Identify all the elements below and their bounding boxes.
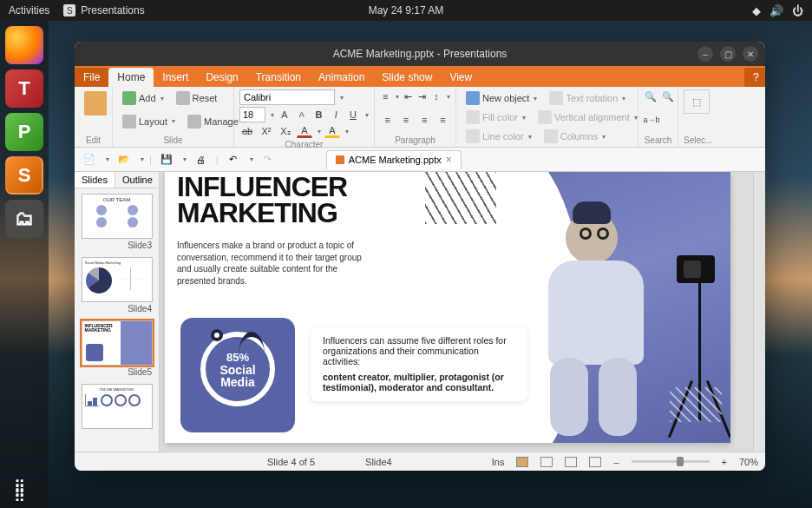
- print-doc[interactable]: 🖨: [192, 151, 211, 168]
- activities-button[interactable]: Activities: [9, 4, 49, 16]
- font-name-input[interactable]: [239, 89, 335, 105]
- thumb-slide5[interactable]: ONLINE MARKETING: [82, 384, 153, 429]
- slide-content[interactable]: INFLUENCER MARKETING Influencers make a …: [165, 172, 730, 443]
- line-color[interactable]: Line color▾: [462, 128, 536, 145]
- panel-tab-outline[interactable]: Outline: [115, 172, 160, 188]
- add-slide-button[interactable]: Add▾: [118, 89, 168, 107]
- paste-button[interactable]: [80, 89, 111, 117]
- ribbon-edit-label: Edit: [80, 135, 107, 145]
- font-size-input[interactable]: [239, 107, 265, 122]
- zoom-value[interactable]: 70%: [739, 457, 758, 467]
- window-close[interactable]: ✕: [743, 46, 758, 62]
- dec-indent[interactable]: ⇤: [403, 89, 413, 103]
- menu-view[interactable]: View: [441, 68, 481, 87]
- open-doc[interactable]: 📂: [115, 151, 134, 168]
- underline-button[interactable]: U: [346, 108, 360, 122]
- slide-photo: [496, 172, 730, 443]
- topbar-app-name[interactable]: Presentations: [81, 4, 144, 16]
- replace-button[interactable]: 🔍: [661, 89, 675, 103]
- window-title: ACME Marketing.pptx - Presentations: [333, 48, 508, 60]
- menu-design[interactable]: Design: [197, 68, 246, 87]
- menu-slideshow[interactable]: Slide show: [373, 68, 441, 87]
- slide-canvas[interactable]: INFLUENCER MARKETING Influencers make a …: [160, 172, 753, 452]
- close-tab[interactable]: ×: [446, 154, 452, 166]
- camera-icon: [677, 255, 715, 283]
- undo[interactable]: ↶: [224, 151, 243, 168]
- text-rotation[interactable]: Text rotation▾: [545, 89, 630, 107]
- topbar-datetime[interactable]: May 24 9:17 AM: [369, 4, 444, 16]
- vertical-alignment[interactable]: Vertical alignment▾: [534, 109, 642, 126]
- align-left[interactable]: ≡: [380, 113, 395, 127]
- new-object-button[interactable]: New object▾: [462, 89, 541, 107]
- italic-button[interactable]: I: [329, 108, 343, 122]
- inc-indent[interactable]: ⇥: [417, 89, 428, 103]
- super-button[interactable]: X²: [259, 124, 274, 138]
- redo[interactable]: ↷: [259, 151, 278, 168]
- titlebar[interactable]: ACME Marketing.pptx - Presentations – ▢ …: [75, 42, 765, 66]
- progress-ring: 85% Social Media: [200, 332, 275, 406]
- status-insert-mode[interactable]: Ins: [492, 457, 505, 467]
- align-center[interactable]: ≡: [398, 113, 413, 127]
- bullets[interactable]: ≡: [380, 89, 390, 103]
- menu-home[interactable]: Home: [108, 68, 154, 87]
- fill-color[interactable]: Fill color▾: [462, 109, 530, 126]
- menu-help[interactable]: ?: [744, 68, 765, 87]
- zoom-slider[interactable]: [632, 460, 710, 463]
- dock-textmaker[interactable]: T: [5, 69, 43, 108]
- info-box: Influencers can assume five different ro…: [311, 327, 527, 401]
- select-button[interactable]: ⬚: [684, 89, 710, 114]
- thumb-slide4[interactable]: INFLUENCER MARKETING: [82, 320, 153, 366]
- panel-tab-slides[interactable]: Slides: [75, 172, 115, 188]
- topbar-app-icon: S: [63, 4, 75, 16]
- window-minimize[interactable]: –: [697, 46, 713, 62]
- thumb4-label: Slide4: [75, 304, 159, 315]
- find-replace[interactable]: a→b: [644, 113, 659, 127]
- window-maximize[interactable]: ▢: [720, 46, 736, 62]
- volume-icon[interactable]: 🔊: [769, 4, 783, 17]
- save-doc[interactable]: 💾: [157, 151, 176, 168]
- doc-tab-name: ACME Marketing.pptx: [349, 155, 442, 165]
- align-justify[interactable]: ≡: [435, 113, 450, 127]
- view-normal[interactable]: [516, 457, 528, 467]
- vertical-scrollbar[interactable]: [753, 172, 765, 452]
- document-tab[interactable]: ACME Marketing.pptx ×: [326, 150, 462, 169]
- view-outline[interactable]: [565, 457, 577, 467]
- find-button[interactable]: 🔍: [644, 89, 658, 103]
- dock-planmaker[interactable]: P: [5, 113, 43, 151]
- shrink-font[interactable]: A: [295, 108, 309, 122]
- line-spacing[interactable]: ↕: [431, 89, 442, 103]
- thumb-slide3[interactable]: OUR TEAM: [82, 194, 153, 239]
- font-dropdown[interactable]: ▾: [340, 94, 344, 102]
- slide-panel: Slides Outline OUR TEAM Slide3 Social Me…: [75, 172, 160, 452]
- zoom-in[interactable]: +: [722, 457, 727, 467]
- highlight-color[interactable]: A: [324, 124, 340, 138]
- fontsize-dropdown[interactable]: ▾: [271, 111, 274, 119]
- sub-button[interactable]: X₂: [278, 124, 293, 138]
- strike-button[interactable]: ab: [239, 124, 255, 138]
- view-sorter[interactable]: [540, 457, 553, 467]
- dock-presentations[interactable]: S: [5, 156, 43, 195]
- new-doc[interactable]: 📄: [80, 151, 99, 168]
- menu-animation[interactable]: Animation: [310, 68, 373, 87]
- bold-button[interactable]: B: [312, 108, 326, 122]
- menu-insert[interactable]: Insert: [154, 68, 197, 87]
- columns-button[interactable]: Columns▾: [540, 128, 610, 145]
- layout-button[interactable]: Layout▾: [118, 113, 180, 130]
- menu-file[interactable]: File: [75, 68, 108, 87]
- menu-transition[interactable]: Transition: [247, 68, 310, 87]
- dock-firefox[interactable]: [5, 26, 43, 64]
- zoom-out[interactable]: –: [613, 457, 619, 467]
- ring-text1: Social: [219, 364, 255, 376]
- thumb3-label: Slide3: [75, 241, 159, 252]
- thumb-slide3b[interactable]: Social Media Marketing: [82, 257, 153, 302]
- power-icon[interactable]: ⏻: [792, 4, 803, 17]
- reset-slide-button[interactable]: Reset: [172, 89, 222, 107]
- show-applications[interactable]: ⠿⠿⠿: [14, 484, 28, 499]
- network-icon[interactable]: ◆: [752, 4, 761, 17]
- grow-font[interactable]: A: [278, 108, 291, 122]
- dock-files[interactable]: 🗂: [5, 200, 43, 238]
- font-color[interactable]: A: [297, 124, 312, 138]
- view-show[interactable]: [589, 457, 601, 467]
- align-right[interactable]: ≡: [417, 113, 432, 127]
- status-bar: Slide 4 of 5 Slide4 Ins – + 70%: [75, 452, 765, 471]
